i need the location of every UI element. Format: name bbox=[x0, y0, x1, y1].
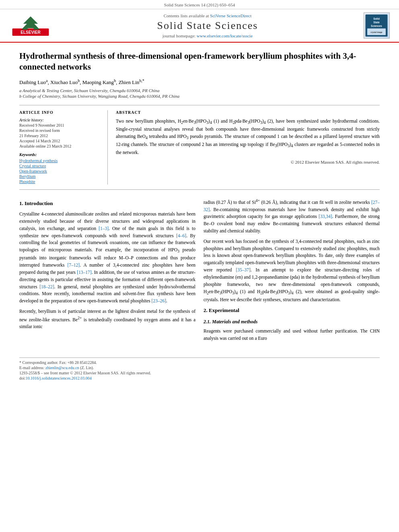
homepage-link[interactable]: www.elsevier.com/locate/ssscie bbox=[197, 33, 253, 38]
article-history: Article history: Received 9 November 201… bbox=[19, 118, 101, 148]
copyright-line: © 2012 Elsevier Masson SAS. All rights r… bbox=[116, 160, 380, 164]
doi-link[interactable]: 10.1016/j.solidstatesciences.2012.03.004 bbox=[26, 376, 92, 380]
article-info-title: ARTICLE INFO bbox=[19, 110, 101, 115]
footer: * Corresponding author. Fax: +86 28 8541… bbox=[19, 357, 380, 384]
ref-1-3[interactable]: [1–3] bbox=[99, 226, 109, 231]
section2-heading: 2. Experimental bbox=[204, 306, 380, 314]
history-online: Available online 23 March 2012 bbox=[19, 144, 101, 148]
top-bar: Solid State Sciences 14 (2012) 650–654 bbox=[0, 0, 399, 9]
elsevier-logo-area: ELSEVIER bbox=[6, 16, 55, 36]
history-received: Received 9 November 2011 bbox=[19, 123, 101, 127]
intro-para-3: radius (0.27 Å) to that of Si4+ (0.26 Å)… bbox=[204, 198, 380, 235]
svg-marker-2 bbox=[21, 16, 39, 29]
author-3: Maoping Kangb, bbox=[82, 79, 119, 85]
abstract-col: ABSTRACT Two new beryllium phosphites, H… bbox=[116, 110, 380, 185]
svg-text:State: State bbox=[373, 21, 380, 24]
article-content: Hydrothermal synthesis of three-dimensio… bbox=[0, 43, 399, 353]
svg-text:ELSEVIER: ELSEVIER bbox=[21, 30, 41, 35]
ref-7-12[interactable]: [7–12] bbox=[68, 263, 80, 267]
history-label: Article history: bbox=[19, 118, 101, 122]
contents-line: Contents lists available at SciVerse Sci… bbox=[59, 13, 356, 18]
correspondence-line: * Corresponding author. Fax: +86 28 8541… bbox=[19, 360, 380, 365]
intro-para-1: Crystalline 4-connected aluminosilicate … bbox=[19, 211, 195, 305]
ref-18-22[interactable]: [18–22] bbox=[39, 284, 54, 289]
journal-header: ELSEVIER Contents lists available at Sci… bbox=[0, 9, 399, 43]
author-4: Zhien Linb,* bbox=[119, 79, 144, 85]
svg-text:Sciences: Sciences bbox=[371, 25, 382, 27]
keyword-4[interactable]: Beryllium bbox=[19, 174, 101, 179]
body-content: 1. Introduction Crystalline 4-connected … bbox=[19, 198, 380, 345]
ref-35-37[interactable]: [35–37] bbox=[236, 267, 250, 272]
journal-logo-box: Solid State Sciences crystal image bbox=[364, 12, 390, 39]
author-2: Xiuchao Luob, bbox=[50, 79, 82, 85]
ref-33-34[interactable]: [33,34] bbox=[319, 214, 332, 219]
ref-13-17[interactable]: [13–17] bbox=[77, 270, 91, 275]
keyword-1[interactable]: Hydrothermal synthesis bbox=[19, 158, 101, 163]
abstract-text: Two new beryllium phosphites, H2en·Be3(H… bbox=[116, 118, 380, 156]
affiliation-a: a Analytical & Testing Center, Sichuan U… bbox=[19, 88, 380, 93]
intro-para-4: Our recent work has focused on the synth… bbox=[204, 238, 380, 304]
svg-text:Solid: Solid bbox=[373, 17, 380, 20]
history-accepted: Accepted 14 March 2012 bbox=[19, 139, 101, 143]
email-link[interactable]: zhienlin@scu.edu.cn bbox=[45, 366, 79, 370]
ref-4-6[interactable]: [4–6] bbox=[176, 233, 186, 238]
journal-title: Solid State Sciences bbox=[59, 20, 356, 32]
affiliation-b: b College of Chemistry, Sichuan Universi… bbox=[19, 94, 380, 99]
journal-homepage: journal homepage: www.elsevier.com/locat… bbox=[59, 33, 356, 38]
intro-para-2: Recently, beryllium is of particular int… bbox=[19, 308, 195, 331]
doi-line: doi:10.1016/j.solidstatesciences.2012.03… bbox=[19, 376, 380, 380]
abstract-title: ABSTRACT bbox=[116, 110, 380, 115]
article-title: Hydrothermal synthesis of three-dimensio… bbox=[19, 51, 380, 73]
email-line: E-mail address: zhienlin@scu.edu.cn (Z. … bbox=[19, 366, 380, 370]
article-info-col: ARTICLE INFO Article history: Received 9… bbox=[19, 110, 108, 185]
journal-header-center: Contents lists available at SciVerse Sci… bbox=[59, 13, 356, 38]
affiliations: a Analytical & Testing Center, Sichuan U… bbox=[19, 88, 380, 99]
history-revised-date: 21 February 2012 bbox=[19, 134, 101, 138]
article-info-abstract: ARTICLE INFO Article history: Received 9… bbox=[19, 105, 380, 190]
journal-citation: Solid State Sciences 14 (2012) 650–654 bbox=[164, 2, 235, 7]
keyword-2[interactable]: Crystal structure bbox=[19, 164, 101, 168]
experimental-para-1: Reagents were purchased commercially and… bbox=[204, 328, 380, 342]
issn-line: 1293-2558/$ – see front matter © 2012 El… bbox=[19, 371, 380, 375]
svg-text:crystal image: crystal image bbox=[370, 31, 383, 33]
elsevier-logo: ELSEVIER bbox=[10, 16, 51, 36]
subsection2-1-heading: 2.1. Materials and methods bbox=[204, 318, 380, 326]
ref-23-26[interactable]: [23–26] bbox=[152, 298, 166, 303]
keyword-3[interactable]: Open-framework bbox=[19, 169, 101, 173]
history-revised-label: Received in revised form bbox=[19, 128, 101, 133]
sciverse-link[interactable]: SciVerse ScienceDirect bbox=[210, 13, 251, 18]
keywords-section: Keywords: Hydrothermal synthesis Crystal… bbox=[19, 152, 101, 184]
ref-27-32[interactable]: [27–32] bbox=[204, 200, 380, 212]
keywords-label: Keywords: bbox=[19, 152, 101, 157]
authors-line: Daibing Luoa, Xiuchao Luob, Maoping Kang… bbox=[19, 78, 380, 86]
section1-heading: 1. Introduction bbox=[19, 199, 195, 207]
keyword-5[interactable]: Phosphite bbox=[19, 179, 101, 184]
journal-logo-box-area: Solid State Sciences crystal image bbox=[360, 12, 393, 39]
author-1: Daibing Luoa, bbox=[19, 79, 50, 85]
body-col-right: radius (0.27 Å) to that of Si4+ (0.26 Å)… bbox=[204, 198, 380, 345]
body-col-left: 1. Introduction Crystalline 4-connected … bbox=[19, 198, 195, 345]
